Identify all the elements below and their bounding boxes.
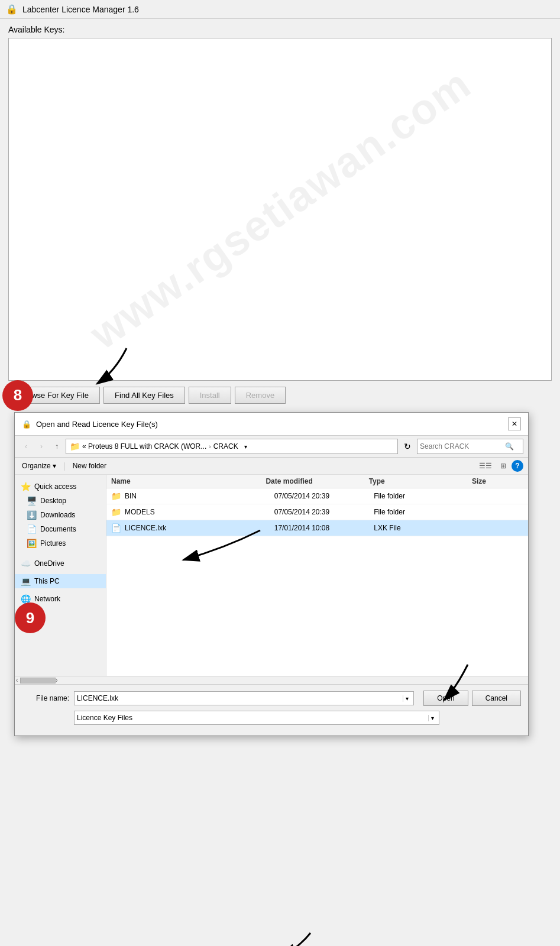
app-title: Labcenter Licence Manager 1.6 xyxy=(22,5,139,14)
filename-input-wrapper: ▾ xyxy=(74,691,414,705)
col-name-header: Name xyxy=(111,477,266,485)
path-dropdown-button[interactable]: ▾ xyxy=(241,440,251,453)
step8-badge: 8 xyxy=(2,380,33,411)
title-bar: 🔒 Labcenter Licence Manager 1.6 xyxy=(0,0,560,19)
dialog-sidebar: ⭐ Quick access 🖥️ Desktop ⬇️ Downloads 📄… xyxy=(15,475,106,676)
onedrive-icon: ☁️ xyxy=(21,559,31,568)
keys-listbox[interactable] xyxy=(8,38,552,381)
file-date-licence: 17/01/2014 10:08 xyxy=(274,524,374,532)
filename-label: File name: xyxy=(22,694,69,702)
dialog-close-button[interactable]: ✕ xyxy=(508,417,521,430)
dialog-icon: 🔒 xyxy=(22,420,31,429)
scroll-right-arrow[interactable]: › xyxy=(56,677,57,683)
star-icon: ⭐ xyxy=(21,482,31,491)
forward-button[interactable]: › xyxy=(35,440,48,453)
file-list-header: Name Date modified Type Size xyxy=(106,475,528,488)
remove-button[interactable]: Remove xyxy=(235,387,286,404)
filename-input[interactable] xyxy=(77,694,403,702)
sidebar-label-onedrive: OneDrive xyxy=(34,559,64,568)
file-icon-licence: 📄 xyxy=(111,523,121,533)
organize-button[interactable]: Organize ▾ xyxy=(20,461,59,471)
sidebar-item-documents[interactable]: 📄 Documents xyxy=(15,522,106,536)
file-list-area[interactable]: Name Date modified Type Size 📁 BIN 07/05… xyxy=(106,475,528,676)
view-large-button[interactable]: ⊞ xyxy=(497,460,509,472)
desktop-icon: 🖥️ xyxy=(27,496,37,506)
step8-area: 8 Browse For Key File Find All Key Files… xyxy=(8,387,552,404)
sidebar-label-network: Network xyxy=(34,595,60,603)
search-box: 🔍 xyxy=(417,439,523,454)
toolbar-separator: | xyxy=(63,461,66,471)
file-name-models: MODELS xyxy=(125,508,274,516)
search-icon-button[interactable]: 🔍 xyxy=(505,442,514,451)
pictures-icon: 🖼️ xyxy=(27,539,37,548)
filetype-row: Licence Key Files ▾ xyxy=(22,711,521,725)
toolbar-right: ☰☰ ⊞ ? xyxy=(476,460,523,472)
path-current-text: CRACK xyxy=(213,442,238,451)
sidebar-label-downloads: Downloads xyxy=(40,511,75,519)
address-bar: ‹ › ↑ 📁 « Proteus 8 FULL with CRACK (WOR… xyxy=(15,436,528,458)
horizontal-scrollbar[interactable]: ‹ › xyxy=(15,676,528,684)
dialog-title-bar: 🔒 Open and Read Licence Key File(s) ✕ xyxy=(15,413,528,436)
buttons-row: Browse For Key File Find All Key Files I… xyxy=(8,387,552,404)
back-button[interactable]: ‹ xyxy=(20,440,33,453)
dialog-body: ⭐ Quick access 🖥️ Desktop ⬇️ Downloads 📄… xyxy=(15,475,528,676)
sidebar-item-pictures[interactable]: 🖼️ Pictures xyxy=(15,536,106,550)
sidebar-label-documents: Documents xyxy=(40,525,76,533)
file-name-bin: BIN xyxy=(125,492,274,500)
address-path[interactable]: 📁 « Proteus 8 FULL with CRACK (WOR... › … xyxy=(66,439,398,454)
sidebar-label-desktop: Desktop xyxy=(40,497,66,505)
sidebar-item-this-pc[interactable]: 💻 This PC xyxy=(15,574,106,588)
up-button[interactable]: ↑ xyxy=(50,440,63,453)
downloads-icon: ⬇️ xyxy=(27,510,37,520)
file-row-bin[interactable]: 📁 BIN 07/05/2014 20:39 File folder xyxy=(106,488,528,504)
refresh-button[interactable]: ↻ xyxy=(400,439,415,453)
file-open-dialog: 🔒 Open and Read Licence Key File(s) ✕ ‹ … xyxy=(14,412,529,736)
help-button[interactable]: ? xyxy=(512,460,523,472)
documents-icon: 📄 xyxy=(27,524,37,534)
dialog-title-left: 🔒 Open and Read Licence Key File(s) xyxy=(22,420,158,429)
sidebar-item-onedrive[interactable]: ☁️ OneDrive xyxy=(15,556,106,571)
file-row-licence[interactable]: 📄 LICENCE.lxk 17/01/2014 10:08 LXK File xyxy=(106,520,528,536)
main-content: www.rgsetiawan.com Available Keys: 8 Bro… xyxy=(0,19,560,742)
col-type-header: Type xyxy=(369,477,472,485)
filename-row: File name: ▾ Open Cancel xyxy=(22,691,521,706)
sidebar-label-pictures: Pictures xyxy=(40,539,66,547)
sidebar-item-downloads[interactable]: ⬇️ Downloads xyxy=(15,508,106,522)
action-buttons: Open Cancel xyxy=(423,691,521,706)
filename-dropdown-button[interactable]: ▾ xyxy=(403,695,411,702)
search-input[interactable] xyxy=(420,442,503,451)
available-keys-label: Available Keys: xyxy=(8,25,552,34)
sidebar-label-quick-access: Quick access xyxy=(34,482,76,491)
file-date-bin: 07/05/2014 20:39 xyxy=(274,492,374,500)
step9-container: 9 xyxy=(15,618,106,653)
filetype-text: Licence Key Files xyxy=(77,714,428,722)
install-button[interactable]: Install xyxy=(189,387,231,404)
col-size-header: Size xyxy=(472,477,523,485)
find-all-key-files-button[interactable]: Find All Key Files xyxy=(103,387,185,404)
view-list-button[interactable]: ☰☰ xyxy=(476,460,495,472)
file-row-models[interactable]: 📁 MODELS 07/05/2014 20:39 File folder xyxy=(106,504,528,520)
main-window: 🔒 Labcenter Licence Manager 1.6 www.rgse… xyxy=(0,0,560,742)
sidebar-item-quick-access[interactable]: ⭐ Quick access xyxy=(15,480,106,494)
folder-icon-models: 📁 xyxy=(111,507,121,517)
dialog-title-text: Open and Read Licence Key File(s) xyxy=(36,420,158,429)
step9-badge: 9 xyxy=(15,602,46,633)
file-type-models: File folder xyxy=(374,508,474,516)
toolbar-row: Organize ▾ | New folder ☰☰ ⊞ ? xyxy=(15,458,528,475)
arrow-crack-svg xyxy=(263,927,322,946)
cancel-button[interactable]: Cancel xyxy=(472,691,521,706)
file-type-bin: File folder xyxy=(374,492,474,500)
sidebar-item-desktop[interactable]: 🖥️ Desktop xyxy=(15,494,106,508)
scroll-left-arrow[interactable]: ‹ xyxy=(16,677,18,683)
scrollbar-thumb[interactable] xyxy=(20,678,56,683)
filetype-input-wrapper: Licence Key Files ▾ xyxy=(74,711,439,725)
sidebar-label-this-pc: This PC xyxy=(34,577,60,585)
new-folder-button[interactable]: New folder xyxy=(70,461,109,471)
this-pc-icon: 💻 xyxy=(21,576,31,586)
path-folder-icon: 📁 xyxy=(70,442,80,451)
file-type-licence: LXK File xyxy=(374,524,474,532)
filetype-dropdown-button[interactable]: ▾ xyxy=(428,715,436,721)
path-chevron: › xyxy=(209,443,211,450)
col-date-header: Date modified xyxy=(266,477,368,485)
open-button[interactable]: Open xyxy=(423,691,468,706)
